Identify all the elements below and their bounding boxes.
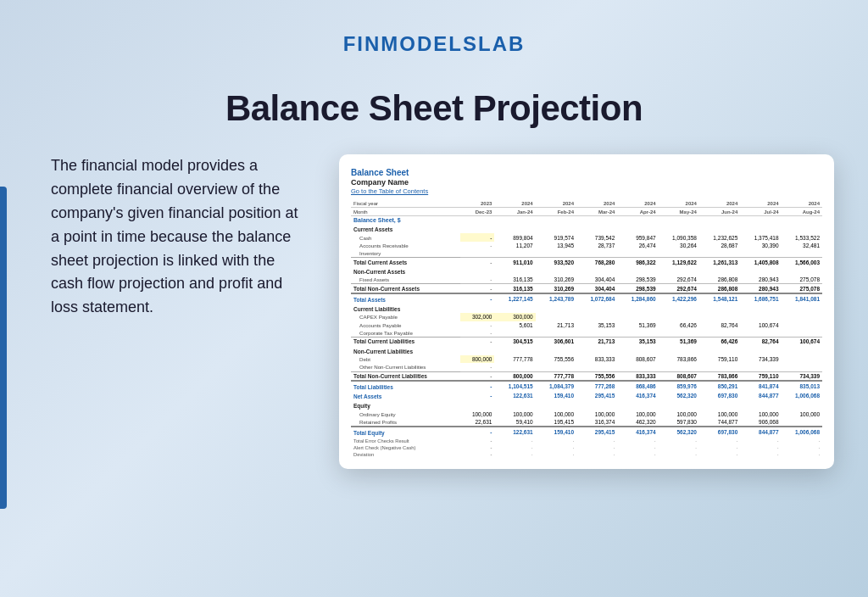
ar-jan24: 11,207 — [494, 242, 535, 249]
cash-jun24: 1,232,625 — [699, 233, 740, 241]
ctp-feb24 — [536, 329, 576, 338]
row-total-ncl: Total Non-Current Liabilities - 800,000 … — [351, 371, 822, 381]
tnca-jul24: 280,943 — [740, 284, 781, 293]
ar-label: Accounts Receivable — [351, 242, 460, 249]
ta-mar24: 1,072,684 — [576, 293, 617, 304]
na-jan24: 122,631 — [494, 391, 535, 400]
month-0: Dec-23 — [460, 208, 495, 215]
inv-aug24 — [782, 249, 822, 258]
debt-apr24: 808,607 — [617, 355, 658, 363]
month-3: Mar-24 — [576, 208, 617, 215]
row-cash: Cash - 899,804 919,574 739,542 959,847 1… — [351, 233, 822, 241]
fa-aug24: 275,078 — [782, 276, 822, 284]
row-fixed-assets: Fixed Assets - 316,135 310,269 304,404 2… — [351, 276, 822, 284]
tcl-dec23: - — [460, 338, 495, 346]
tl-jan24: 1,104,515 — [494, 381, 535, 391]
ta-jun24: 1,548,121 — [699, 293, 740, 304]
ap-mar24: 35,153 — [576, 321, 617, 329]
debt-jul24: 734,339 — [740, 355, 781, 363]
dev-jun24: · — [699, 451, 740, 458]
tl-label: Total Liabilities — [351, 381, 460, 391]
ta-label: Total Assets — [351, 293, 460, 304]
row-total-equity: Total Equity - 122,631 159,410 295,415 4… — [351, 427, 822, 437]
spreadsheet-panel: Balance Sheet Company Name Go to the Tab… — [339, 154, 834, 469]
tca-mar24: 768,280 — [576, 258, 617, 266]
alert-feb24: · — [536, 444, 576, 451]
column-header-row: Fiscal year 2023 2024 2024 2024 2024 202… — [351, 200, 822, 208]
ar-apr24: 26,474 — [617, 242, 658, 249]
tca-jul24: 1,405,808 — [740, 258, 781, 266]
te-jul24: 844,877 — [740, 427, 781, 437]
capex-jan24: 300,000 — [494, 313, 535, 321]
na-dec23: - — [460, 391, 495, 400]
ecr-dec23: - — [460, 437, 495, 444]
row-inventory: Inventory — [351, 249, 822, 258]
capex-mar24 — [576, 313, 617, 321]
oncl-dec23: - — [460, 363, 495, 371]
tncl-mar24: 755,556 — [576, 371, 617, 381]
capex-aug24 — [782, 313, 822, 321]
oncl-may24 — [659, 363, 699, 371]
dev-feb24: · — [536, 451, 576, 458]
section-equity: Equity — [351, 400, 822, 410]
rp-mar24: 316,374 — [576, 418, 617, 427]
tcl-mar24: 21,713 — [576, 338, 617, 346]
inv-jan24 — [494, 249, 535, 258]
cash-may24: 1,090,358 — [659, 233, 699, 241]
na-mar24: 295,415 — [576, 391, 617, 400]
alert-may24: · — [659, 444, 699, 451]
na-may24: 562,320 — [659, 391, 699, 400]
tcl-apr24: 35,153 — [617, 338, 658, 346]
ecr-jan24: · — [494, 437, 535, 444]
balance-sheet-label-row: Balance Sheet, $ — [351, 215, 822, 224]
ap-dec23: - — [460, 321, 495, 329]
debt-dec23: 800,000 — [460, 355, 495, 363]
sheet-link[interactable]: Go to the Table of Contents — [351, 187, 822, 195]
ar-mar24: 28,737 — [576, 242, 617, 249]
ctp-aug24 — [782, 329, 822, 338]
te-feb24: 159,410 — [536, 427, 576, 437]
fa-mar24: 304,404 — [576, 276, 617, 284]
section-ncl: Non-Current Liabilities — [351, 346, 822, 355]
tncl-jul24: 759,110 — [740, 371, 781, 381]
inventory-label: Inventory — [351, 249, 460, 258]
tl-dec23: - — [460, 381, 495, 391]
oe-aug24: 100,000 — [782, 410, 822, 418]
ecr-label: Total Error Checks Result — [351, 437, 460, 444]
tcl-may24: 51,369 — [659, 338, 699, 346]
row-error-check: Total Error Checks Result - · · · · · · … — [351, 437, 822, 444]
tnca-mar24: 304,404 — [576, 284, 617, 293]
nca-header: Non-Current Assets — [351, 266, 822, 276]
tnca-dec23: - — [460, 284, 495, 293]
oe-apr24: 100,000 — [617, 410, 658, 418]
debt-label: Debt — [351, 355, 460, 363]
tl-may24: 859,976 — [659, 381, 699, 391]
dev-aug24: · — [782, 451, 822, 458]
te-mar24: 295,415 — [576, 427, 617, 437]
balance-sheet-label: Balance Sheet, $ — [351, 215, 822, 224]
equity-header: Equity — [351, 400, 822, 410]
tnca-jan24: 316,135 — [494, 284, 535, 293]
debt-aug24 — [782, 355, 822, 363]
month-label: Month — [351, 208, 460, 215]
te-apr24: 416,374 — [617, 427, 658, 437]
te-jan24: 122,631 — [494, 427, 535, 437]
ta-apr24: 1,284,860 — [617, 293, 658, 304]
tl-jun24: 850,291 — [699, 381, 740, 391]
oe-jul24: 100,000 — [740, 410, 781, 418]
fiscal-label: Fiscal year — [351, 200, 460, 208]
oncl-jun24 — [699, 363, 740, 371]
alert-jul24: · — [740, 444, 781, 451]
logo: FINMODELSLAB — [0, 32, 868, 56]
oncl-jul24 — [740, 363, 781, 371]
page-title-section: Balance Sheet Projection — [0, 88, 868, 129]
row-total-liabilities: Total Liabilities - 1,104,515 1,084,379 … — [351, 381, 822, 391]
na-apr24: 416,374 — [617, 391, 658, 400]
tnca-apr24: 298,539 — [617, 284, 658, 293]
tl-apr24: 868,486 — [617, 381, 658, 391]
col-header-7: 2024 — [740, 200, 781, 208]
inv-mar24 — [576, 249, 617, 258]
inv-jun24 — [699, 249, 740, 258]
te-may24: 562,320 — [659, 427, 699, 437]
tca-aug24: 1,566,003 — [782, 258, 822, 266]
